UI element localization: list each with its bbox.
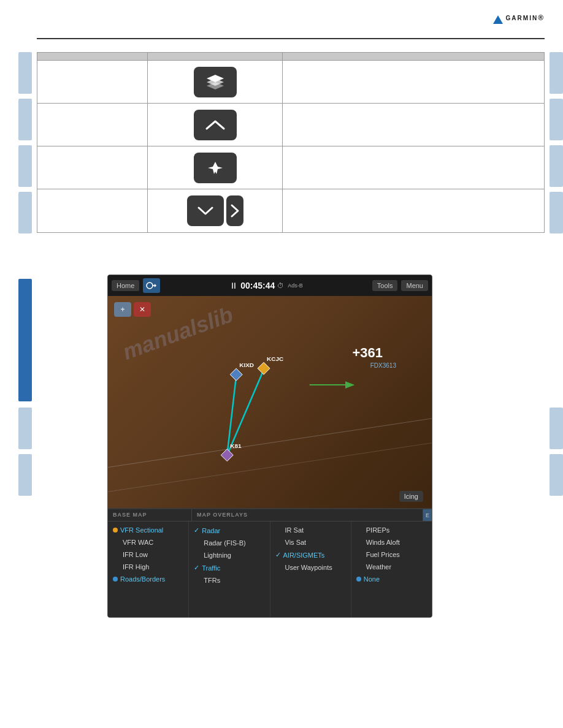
icing-button[interactable]: Icing (399, 491, 423, 502)
overlay-item-vis-sat[interactable]: Vis Sat (275, 537, 346, 547)
right-bar-1 (550, 52, 563, 94)
home-button[interactable]: Home (112, 280, 139, 291)
pause-icon: ⏸ (229, 281, 238, 290)
row4-col3 (283, 189, 544, 232)
map-content: manualslib + ✕ (108, 296, 432, 512)
header-divider (37, 38, 545, 39)
overlay-item-traffic[interactable]: ✓ Traffic (194, 563, 264, 573)
chevron-up-button[interactable] (194, 110, 237, 140)
right-bar-3 (550, 145, 563, 187)
overlays-col-3: PIREPs Winds Aloft Fuel Prices Weather N… (351, 521, 432, 617)
garmin-logo: GARMIN® (506, 11, 545, 31)
ads-b-label: Ads-B (288, 282, 303, 289)
table-header-row (37, 53, 544, 61)
overlay-item-airmets[interactable]: ✓ AIR/SIGMETs (275, 550, 346, 560)
sidebar-bar-1 (18, 52, 32, 94)
overlay-item-tfrs[interactable]: TFRs (194, 575, 264, 585)
row4-col1 (37, 189, 148, 232)
dot-icon (113, 528, 118, 533)
overlay-menu: BASE MAP MAP OVERLAYS E VFR Sectional VF… (108, 508, 432, 617)
overlay-item-radar[interactable]: ✓ Radar (194, 525, 264, 536)
svg-line-1 (108, 419, 432, 468)
chevron-up-icon (204, 116, 226, 134)
row3-col1 (37, 146, 148, 189)
base-map-column: VFR Sectional VFR WAC IFR Low IFR High R… (108, 521, 189, 617)
overlay-menu-body: VFR Sectional VFR WAC IFR Low IFR High R… (108, 521, 432, 617)
right-bar-5 (550, 408, 563, 449)
overlay-item[interactable]: VFR Sectional (113, 525, 183, 535)
tools-button[interactable]: Tools (372, 280, 398, 291)
overlay-item[interactable]: VFR WAC (113, 537, 183, 547)
right-bar-6 (550, 454, 563, 496)
row4-col2[interactable] (148, 189, 283, 232)
overlay-item-ir-sat[interactable]: IR Sat (275, 525, 346, 535)
svg-marker-7 (258, 362, 270, 374)
checkmark-icon: ✓ (194, 564, 199, 572)
map-overlays-header: MAP OVERLAYS (192, 509, 423, 521)
right-bar-2 (550, 99, 563, 140)
overlay-item-weather[interactable]: Weather (356, 562, 427, 572)
overlay-item[interactable]: IFR Low (113, 550, 183, 559)
map-time: 00:45:44 (240, 281, 275, 290)
sidebar-bar-3 (18, 145, 32, 187)
map-flight-svg: KIXD KCJC K81 (108, 296, 432, 512)
svg-marker-5 (230, 368, 242, 381)
table-row (37, 189, 544, 232)
sidebar-bar-2 (18, 99, 32, 140)
callsign-label: FDX3613 (370, 362, 396, 369)
row1-col3 (283, 61, 544, 103)
plane-icon (204, 159, 226, 176)
overlay-item-none[interactable]: None (356, 574, 427, 584)
svg-text:KCJC: KCJC (267, 355, 283, 362)
overlay-item-winds-aloft[interactable]: Winds Aloft (356, 537, 427, 547)
layers-icon (204, 74, 226, 91)
chevron-right-button[interactable] (226, 195, 243, 226)
overlays-col-2: IR Sat Vis Sat ✓ AIR/SIGMETs User Waypoi… (270, 521, 351, 617)
overlay-item-lightning[interactable]: Lightning (194, 550, 264, 560)
row1-col2[interactable] (148, 61, 283, 103)
checkmark-icon: ✓ (275, 551, 281, 559)
row2-col1 (37, 104, 148, 146)
svg-point-0 (147, 282, 153, 289)
svg-line-2 (108, 443, 432, 492)
svg-text:KIXD: KIXD (239, 362, 254, 368)
menu-button[interactable]: Menu (401, 280, 428, 291)
row3-col2[interactable] (148, 146, 283, 189)
plane-button[interactable] (194, 153, 237, 183)
sidebar-bar-active (18, 279, 32, 401)
svg-text:K81: K81 (230, 442, 242, 449)
edge-button[interactable]: E (423, 509, 432, 521)
timer-icon: ⏱ (277, 282, 284, 289)
overlay-item-user-waypoints[interactable]: User Waypoints (275, 563, 346, 572)
row1-col1 (37, 61, 148, 103)
col-header-2 (148, 53, 283, 60)
checkmark-icon: ✓ (194, 526, 199, 534)
table-row (37, 104, 544, 146)
sidebar-bar-5 (18, 408, 32, 449)
table-row (37, 146, 544, 189)
chevron-down-button[interactable] (187, 195, 224, 226)
chevron-right-icon (229, 203, 240, 219)
row2-col2[interactable] (148, 104, 283, 146)
dot-blue-icon (356, 577, 361, 582)
overlay-item[interactable]: IFR High (113, 562, 183, 572)
dot-blue-icon (113, 577, 118, 582)
layers-button[interactable] (194, 67, 237, 97)
nav-icon (146, 280, 157, 291)
row3-col3 (283, 146, 544, 189)
overlay-item-roads[interactable]: Roads/Borders (113, 574, 183, 584)
row2-col3 (283, 104, 544, 146)
map-section: Home ⏸ 00:45:44 ⏱ Ads-B Tools Menu manua… (107, 275, 432, 618)
overlay-item-pireps[interactable]: PIREPs (356, 525, 427, 535)
overlay-item-radar-fisb[interactable]: Radar (FIS-B) (194, 538, 264, 548)
garmin-header: GARMIN® (493, 11, 545, 31)
button-pair (187, 195, 243, 226)
overlay-item-fuel-prices[interactable]: Fuel Prices (356, 550, 427, 559)
nav-button[interactable] (143, 278, 160, 293)
table-row (37, 61, 544, 104)
col-header-1 (37, 53, 148, 60)
garmin-triangle-icon (493, 15, 503, 24)
overlays-col-1: ✓ Radar Radar (FIS-B) Lightning ✓ Traffi… (189, 521, 270, 617)
col-header-3 (283, 53, 544, 60)
base-map-header: BASE MAP (108, 509, 192, 521)
